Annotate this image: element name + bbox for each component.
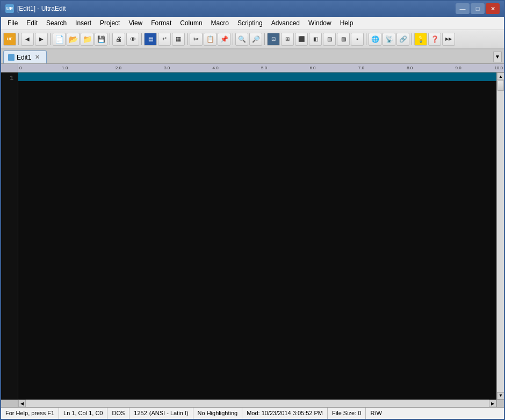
toolbar-btn-back[interactable]: ◀: [21, 33, 34, 46]
ruler-mark-20: 2.0: [116, 66, 121, 70]
status-encoding-code: 1252: [134, 410, 147, 416]
toolbar-btn-logo[interactable]: UE: [3, 33, 16, 46]
menu-window[interactable]: Window: [304, 17, 336, 29]
toolbar-btn-tool4[interactable]: ◧: [309, 33, 322, 46]
toolbar-btn-replace[interactable]: 🔎: [249, 33, 262, 46]
toolbar-btn-view-toggle[interactable]: ▤: [144, 33, 157, 46]
app-icon: UE: [5, 4, 14, 13]
toolbar-btn-macro[interactable]: 💡: [414, 33, 427, 46]
close-button[interactable]: ✕: [486, 3, 500, 14]
toolbar-btn-net[interactable]: 🔗: [396, 33, 409, 46]
status-highlighting-text: No Highlighting: [198, 410, 238, 416]
menu-bar: File Edit Search Insert Project View For…: [1, 17, 504, 30]
toolbar-sep-3: [110, 33, 110, 45]
h-scroll-track[interactable]: [26, 400, 489, 407]
toolbar-btn-new[interactable]: 📄: [53, 33, 66, 46]
toolbar-btn-copy[interactable]: 📋: [204, 33, 217, 46]
toolbar-btn-paste[interactable]: 📌: [218, 33, 230, 46]
ruler-mark-50: 5.0: [261, 66, 267, 70]
line-numbers: 1: [1, 73, 18, 400]
toolbar-btn-col-mode[interactable]: ▦: [172, 33, 185, 46]
toolbar-btn-find[interactable]: 🔍: [235, 33, 248, 46]
menu-edit[interactable]: Edit: [22, 17, 42, 29]
toolbar-btn-save[interactable]: 💾: [95, 33, 107, 46]
toolbar-btn-open-folder[interactable]: 📁: [81, 33, 93, 46]
tab-close-button[interactable]: ✕: [33, 54, 41, 61]
menu-advanced[interactable]: Advanced: [267, 17, 304, 29]
toolbar-btn-help[interactable]: ❓: [428, 33, 441, 46]
toolbar: UE ◀ ▶ 📄 📂 📁 💾 🖨 👁 ▤ ↵ ▦ ✂ 📋 📌 🔍 🔎 ⊡ ⊞ ⬛…: [1, 30, 504, 49]
toolbar-btn-tool3[interactable]: ⬛: [295, 33, 308, 46]
status-encoding: 1252 (ANSI - Latin I): [129, 408, 193, 419]
scroll-left-arrow[interactable]: ◀: [18, 400, 26, 407]
title-bar: UE [Edit1] - UltraEdit — □ ✕: [1, 1, 504, 17]
toolbar-btn-tool6[interactable]: ▩: [337, 33, 350, 46]
ruler-mark-60: 6.0: [309, 66, 315, 70]
toolbar-btn-tool2[interactable]: ⊞: [281, 33, 294, 46]
editor-content[interactable]: [18, 73, 496, 400]
toolbar-btn-open[interactable]: 📂: [67, 33, 80, 46]
menu-macro[interactable]: Macro: [207, 17, 233, 29]
status-bar: For Help, press F1 Ln 1, Col 1, C0 DOS 1…: [1, 407, 504, 419]
ruler-mark-70: 7.0: [358, 66, 364, 70]
editor-container: 1 ▲ ▼: [1, 73, 504, 400]
status-help: For Help, press F1: [1, 408, 59, 419]
toolbar-btn-ftp[interactable]: 📡: [383, 33, 395, 46]
window-frame: UE [Edit1] - UltraEdit — □ ✕ File Edit S…: [0, 0, 505, 420]
scroll-right-arrow[interactable]: ▶: [489, 400, 496, 407]
toolbar-sep-2: [50, 33, 50, 45]
line-number-1: 1: [1, 74, 16, 82]
minimize-button[interactable]: —: [456, 3, 470, 14]
toolbar-btn-web[interactable]: 🌐: [369, 33, 381, 46]
toolbar-sep-7: [264, 33, 265, 45]
toolbar-btn-tool5[interactable]: ▨: [323, 33, 336, 46]
menu-format[interactable]: Format: [147, 17, 176, 29]
status-filesize-text: File Size: 0: [332, 410, 361, 416]
vertical-scrollbar[interactable]: ▲ ▼: [496, 73, 504, 400]
toolbar-btn-forward[interactable]: ▶: [35, 33, 48, 46]
menu-insert[interactable]: Insert: [71, 17, 96, 29]
tab-scroll-button[interactable]: ▼: [493, 52, 502, 62]
status-mode: R/W: [366, 408, 386, 419]
status-help-text: For Help, press F1: [5, 410, 54, 416]
menu-scripting[interactable]: Scripting: [233, 17, 267, 29]
scroll-thumb[interactable]: [497, 80, 504, 91]
first-line-highlight: [18, 73, 496, 81]
ruler-content: 0 1.0 2.0 3.0 4.0 5.0 6.0 7.0 8.0 9.0 10…: [18, 64, 504, 72]
toolbar-btn-word-wrap[interactable]: ↵: [158, 33, 171, 46]
tab-edit1[interactable]: Edit1 ✕: [3, 50, 47, 63]
scroll-up-arrow[interactable]: ▲: [497, 73, 504, 80]
horizontal-scrollbar[interactable]: ◀ ▶: [18, 400, 496, 407]
menu-help[interactable]: Help: [336, 17, 358, 29]
status-highlighting: No Highlighting: [193, 408, 243, 419]
menu-view[interactable]: View: [124, 17, 147, 29]
scroll-down-arrow[interactable]: ▼: [497, 392, 504, 400]
status-modified: Mod: 10/23/2014 3:05:52 PM: [242, 408, 328, 419]
toolbar-btn-cut[interactable]: ✂: [190, 33, 203, 46]
menu-column[interactable]: Column: [176, 17, 206, 29]
menu-search[interactable]: Search: [42, 17, 71, 29]
h-scrollbar-row: ◀ ▶: [1, 400, 504, 407]
scroll-corner: [496, 400, 504, 407]
scroll-track-top[interactable]: [497, 80, 504, 392]
toolbar-btn-print-preview[interactable]: 👁: [126, 33, 139, 46]
editor-row: 1 ▲ ▼: [1, 73, 504, 407]
ruler-mark-40: 4.0: [213, 66, 219, 70]
menu-project[interactable]: Project: [96, 17, 124, 29]
window-title: [Edit1] - UltraEdit: [17, 5, 66, 12]
main-area: 0 1.0 2.0 3.0 4.0 5.0 6.0 7.0 8.0 9.0 10…: [1, 64, 504, 419]
maximize-button[interactable]: □: [471, 3, 485, 14]
status-encoding-name: (ANSI - Latin I): [149, 410, 189, 416]
toolbar-sep-1: [18, 33, 19, 45]
menu-file[interactable]: File: [3, 17, 22, 29]
toolbar-btn-more[interactable]: ▶▶: [442, 33, 455, 46]
ruler-mark-90: 9.0: [456, 66, 461, 70]
status-modified-text: Mod: 10/23/2014 3:05:52 PM: [247, 410, 323, 416]
window-controls: — □ ✕: [456, 3, 500, 14]
toolbar-btn-tool7[interactable]: ▪: [351, 33, 364, 46]
status-line-ending: DOS: [107, 408, 129, 419]
toolbar-btn-tool1[interactable]: ⊡: [267, 33, 280, 46]
status-line-ending-text: DOS: [112, 410, 125, 416]
status-filesize: File Size: 0: [328, 408, 366, 419]
toolbar-btn-print[interactable]: 🖨: [112, 33, 125, 46]
